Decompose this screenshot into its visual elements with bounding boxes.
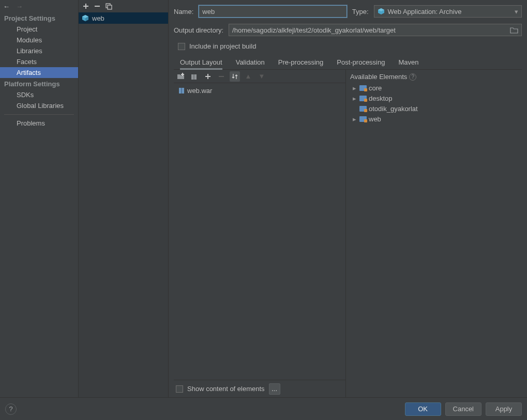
add-artifact-button[interactable]: [83, 3, 89, 9]
sidebar-item-libraries[interactable]: Libraries: [0, 45, 78, 56]
sidebar-divider: [4, 114, 74, 115]
available-elements-panel: Available Elements ? ▸ core ▸ desktop ot…: [346, 70, 522, 397]
expand-icon[interactable]: ▸: [351, 115, 357, 123]
archive-icon: [178, 87, 185, 94]
platform-settings-header: Platform Settings: [0, 78, 78, 89]
module-label: desktop: [369, 95, 393, 102]
dialog-footer: ? OK Cancel Apply: [0, 397, 527, 420]
artifact-type-value: Web Application: Archive: [388, 8, 462, 15]
module-item-otodik[interactable]: otodik_gyakorlat: [350, 103, 520, 114]
ok-button[interactable]: OK: [405, 402, 441, 416]
sidebar-item-modules[interactable]: Modules: [0, 35, 78, 45]
module-icon: [359, 116, 367, 122]
back-arrow-icon[interactable]: ←: [3, 3, 10, 10]
create-archive-button[interactable]: [189, 71, 200, 82]
artifact-list-toolbar: [79, 0, 168, 12]
sidebar-item-facets[interactable]: Facets: [0, 56, 78, 67]
module-icon: [359, 96, 367, 101]
module-label: core: [369, 84, 382, 92]
artifact-name-input[interactable]: [199, 5, 347, 18]
show-content-checkbox[interactable]: [176, 385, 183, 393]
chevron-down-icon: ▾: [515, 8, 518, 15]
artifact-tabs: Output Layout Validation Pre-processing …: [174, 56, 522, 70]
sidebar-item-project[interactable]: Project: [0, 24, 78, 35]
sidebar-nav-toolbar: ← →: [0, 0, 78, 12]
svg-rect-14: [181, 88, 182, 94]
expand-icon[interactable]: ▸: [351, 95, 357, 102]
type-label: Type:: [352, 8, 369, 15]
available-elements-label: Available Elements: [350, 73, 407, 81]
artifact-type-icon: [378, 8, 385, 15]
browse-folder-icon[interactable]: [510, 27, 518, 34]
svg-rect-9: [181, 74, 184, 75]
artifact-list-panel: web: [79, 0, 169, 397]
help-button[interactable]: ?: [5, 403, 17, 415]
artifact-icon: [82, 14, 89, 22]
sidebar-item-sdks[interactable]: SDKs: [0, 89, 78, 100]
module-label: web: [369, 115, 381, 123]
svg-rect-11: [193, 74, 194, 80]
module-item-web[interactable]: ▸ web: [350, 114, 520, 124]
add-copy-button[interactable]: [203, 71, 213, 82]
more-options-button[interactable]: ...: [269, 383, 280, 395]
module-label: otodik_gyakorlat: [369, 105, 418, 113]
module-item-desktop[interactable]: ▸ desktop: [350, 93, 520, 103]
copy-artifact-button[interactable]: [106, 3, 112, 10]
available-elements-help-icon[interactable]: ?: [409, 73, 416, 81]
tab-maven[interactable]: Maven: [398, 56, 418, 69]
show-content-label: Show content of elements: [187, 385, 265, 393]
output-directory-input[interactable]: /home/sagodiz/alkfejl/test2/otodik_gyako…: [229, 24, 522, 36]
apply-button[interactable]: Apply: [486, 402, 522, 416]
output-tree-root[interactable]: web.war: [176, 85, 343, 96]
tab-pre-processing[interactable]: Pre-processing: [278, 56, 323, 69]
sidebar-item-global-libraries[interactable]: Global Libraries: [0, 100, 78, 111]
cancel-button[interactable]: Cancel: [445, 402, 481, 416]
module-item-core[interactable]: ▸ core: [350, 83, 520, 93]
output-layout-panel: ▲ ▼ web.war Show content of elements ...: [174, 70, 346, 397]
remove-button: [216, 71, 227, 82]
module-icon: [359, 106, 367, 112]
output-bottom-options: Show content of elements ...: [174, 380, 345, 397]
svg-rect-0: [95, 6, 100, 7]
svg-rect-2: [108, 5, 112, 9]
tab-post-processing[interactable]: Post-processing: [337, 56, 385, 69]
sidebar-item-problems[interactable]: Problems: [0, 118, 78, 129]
project-settings-header: Project Settings: [0, 12, 78, 24]
sort-button[interactable]: [230, 71, 240, 82]
output-layout-toolbar: ▲ ▼: [174, 70, 345, 83]
artifact-list-item[interactable]: web: [79, 12, 168, 24]
artifact-detail-panel: Name: Type: Web Application: Archive ▾ O…: [169, 0, 527, 397]
include-build-label: Include in project build: [189, 42, 256, 50]
artifact-type-select[interactable]: Web Application: Archive ▾: [374, 5, 522, 18]
move-up-button: ▲: [243, 71, 253, 82]
output-directory-value: /home/sagodiz/alkfejl/test2/otodik_gyako…: [232, 26, 396, 34]
name-label: Name:: [174, 8, 193, 15]
sidebar-item-artifacts[interactable]: Artifacts: [0, 67, 78, 78]
settings-sidebar: ← → Project Settings Project Modules Lib…: [0, 0, 79, 397]
forward-arrow-icon: →: [16, 3, 23, 10]
move-down-button: ▼: [257, 71, 267, 82]
include-build-checkbox[interactable]: [178, 43, 185, 50]
output-tree-root-label: web.war: [187, 87, 212, 95]
tab-output-layout[interactable]: Output Layout: [180, 56, 222, 69]
svg-rect-12: [219, 76, 224, 77]
output-tree[interactable]: web.war: [174, 83, 345, 380]
create-directory-button[interactable]: [176, 71, 186, 82]
expand-icon[interactable]: ▸: [351, 84, 357, 92]
tab-validation[interactable]: Validation: [236, 56, 265, 69]
module-icon: [359, 85, 367, 91]
artifact-list-item-label: web: [92, 14, 104, 22]
output-dir-label: Output directory:: [174, 26, 223, 34]
remove-artifact-button[interactable]: [94, 3, 100, 9]
